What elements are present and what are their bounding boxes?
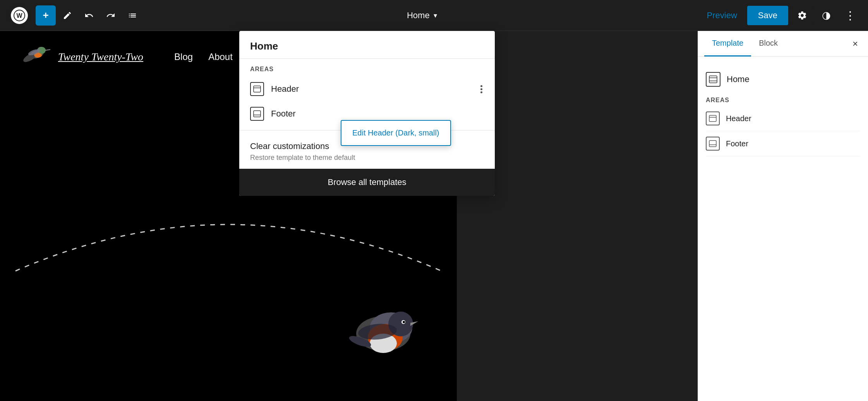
logo-image [19,43,50,71]
undo-button[interactable] [79,5,99,26]
edit-header-button[interactable]: Edit Header (Dark, small) [341,123,450,143]
more-options-button[interactable]: ⋮ [840,5,860,26]
list-view-button[interactable] [122,5,142,26]
dropdown-clear-sub: Restore template to theme default [250,154,484,162]
sidebar-footer-item[interactable]: Footer [706,131,860,156]
sidebar-header-icon [706,111,720,125]
add-button[interactable]: + [36,5,56,26]
svg-rect-23 [709,76,717,83]
toolbar: W + Home ▾ Preview Save ◑ ⋮ [0,0,868,31]
save-button[interactable]: Save [747,6,788,25]
sidebar-footer-label: Footer [726,139,748,148]
footer-item-icon [250,107,264,121]
svg-text:W: W [16,12,22,19]
nav-blog[interactable]: Blog [174,51,193,62]
dropdown-browse-button[interactable]: Browse all templates [239,169,495,196]
dots-vert-icon [479,84,484,95]
chevron-down-icon: ▾ [434,11,437,20]
dashed-arc [0,201,457,279]
toolbar-center: Home ▾ [143,7,701,24]
svg-rect-26 [709,115,716,122]
svg-point-16 [403,321,405,323]
nav-about[interactable]: About [208,51,233,62]
sidebar-home-icon [706,72,720,87]
sidebar-header-item[interactable]: Header [706,106,860,131]
dropdown-areas-label: AREAS [239,59,495,77]
sidebar-header-label: Header [726,114,751,123]
toolbar-right: Preview Save ◑ ⋮ [701,5,860,26]
header-item-icon [250,82,264,96]
dropdown-title: Home [239,31,495,59]
svg-rect-19 [254,86,261,92]
appearance-button[interactable]: ◑ [816,5,836,26]
svg-line-7 [45,50,50,50]
preview-button[interactable]: Preview [701,7,743,24]
wp-logo[interactable]: W [8,4,31,27]
site-nav: Blog About [174,51,233,62]
sidebar-footer-icon [706,137,720,151]
edit-button[interactable] [57,5,77,26]
tab-block[interactable]: Block [751,31,786,57]
bird-bottom-decoration [341,299,426,370]
svg-rect-21 [254,111,261,117]
sidebar-close-button[interactable]: × [849,34,862,53]
site-logo: Twenty Twenty-Two [19,43,143,71]
tab-template[interactable]: Template [704,31,751,57]
dropdown-header-item[interactable]: Header [239,77,495,101]
wp-logo-inner: W [11,7,28,24]
home-dropdown[interactable]: Home ▾ [401,7,443,24]
sidebar-content: Home AREAS Header Footer [698,57,868,166]
sidebar-home-label: Home [727,74,750,84]
sidebar-template-home: Home [706,66,860,93]
dropdown-header-label: Header [271,84,299,94]
redo-button[interactable] [101,5,121,26]
template-dropdown: Home AREAS Header Footer Clear customi [239,31,495,196]
svg-rect-28 [709,141,716,147]
right-sidebar: Template Block × Home AREAS [698,31,868,401]
header-more-button[interactable] [479,84,484,95]
dropdown-footer-label: Footer [271,109,296,119]
context-menu: Edit Header (Dark, small) [341,120,451,146]
site-title: Twenty Twenty-Two [58,51,143,63]
page-title: Home [407,10,430,21]
sidebar-areas-label: AREAS [706,93,860,106]
settings-button[interactable] [792,5,812,26]
sidebar-tabs: Template Block × [698,31,868,57]
